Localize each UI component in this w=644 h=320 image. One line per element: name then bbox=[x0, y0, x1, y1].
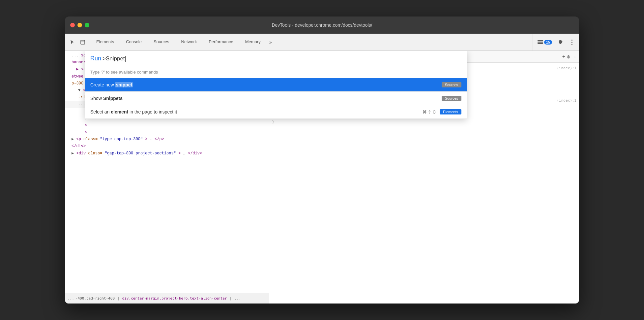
svg-rect-2 bbox=[538, 40, 543, 41]
command-item-text-2: Show Snippets bbox=[90, 96, 442, 101]
breadcrumb-item[interactable]: -400.pad-right-400 bbox=[75, 296, 115, 301]
maximize-button[interactable] bbox=[85, 23, 89, 27]
command-item-show-snippets[interactable]: Show Snippets Sources bbox=[85, 92, 467, 105]
command-item-text-3: Select an element in the page to inspect… bbox=[90, 109, 423, 114]
tab-sources[interactable]: Sources bbox=[148, 34, 175, 50]
window-controls bbox=[70, 23, 89, 27]
breadcrumb-end-dots: ... bbox=[234, 296, 241, 301]
toolbar-right: 15 ⋮ bbox=[533, 34, 579, 50]
command-shortcut: ⌘ ⇧ C bbox=[423, 110, 436, 114]
devtools-window: DevTools - developer.chrome.com/docs/dev… bbox=[65, 16, 579, 304]
command-item-text-1: Create new snippet bbox=[90, 82, 442, 87]
navigate-icon[interactable]: ← bbox=[572, 54, 576, 59]
html-line: < bbox=[65, 129, 269, 136]
command-badge-sources-2: Sources bbox=[442, 96, 461, 101]
breadcrumb-bar: ... -400.pad-right-400 | div.center-marg… bbox=[65, 293, 269, 304]
tab-memory[interactable]: Memory bbox=[239, 34, 267, 50]
dock-icon[interactable] bbox=[78, 38, 87, 47]
toolbar-icon-group bbox=[65, 34, 90, 50]
breadcrumb-dots: ... bbox=[68, 296, 74, 301]
settings-icon[interactable] bbox=[556, 38, 565, 47]
html-line: </div> bbox=[65, 143, 269, 150]
command-badge-sources-1: Sources bbox=[442, 82, 461, 87]
styles-toolbar-right: + ⊕ ← bbox=[562, 54, 576, 60]
refresh-icon[interactable]: ⊕ bbox=[567, 54, 571, 59]
tab-elements[interactable]: Elements bbox=[90, 34, 120, 50]
command-menu[interactable]: Run >Snippet Type '?' to see available c… bbox=[85, 51, 467, 119]
command-cursor bbox=[125, 56, 126, 62]
devtools-toolbar: Elements Console Sources Network Perform… bbox=[65, 34, 579, 51]
badge-count: 15 bbox=[544, 40, 552, 45]
tab-network[interactable]: Network bbox=[175, 34, 203, 50]
html-line: ▶ <div class= "gap-top-800 project-secti… bbox=[65, 150, 269, 157]
tab-console[interactable]: Console bbox=[120, 34, 148, 50]
more-options-icon[interactable]: ⋮ bbox=[567, 38, 576, 47]
html-line: < bbox=[65, 122, 269, 129]
minimize-button[interactable] bbox=[77, 23, 82, 27]
command-item-select-element[interactable]: Select an element in the page to inspect… bbox=[85, 105, 467, 119]
command-run-label: Run bbox=[90, 55, 101, 62]
html-line: ▶ <p class= "type gap-top-300" > … </p> bbox=[65, 136, 269, 143]
css-source: (index):1 bbox=[557, 66, 576, 70]
window-title: DevTools - developer.chrome.com/docs/dev… bbox=[272, 22, 372, 28]
more-tabs-button[interactable]: » bbox=[267, 34, 275, 50]
titlebar: DevTools - developer.chrome.com/docs/dev… bbox=[65, 16, 579, 34]
cursor-icon[interactable] bbox=[68, 38, 77, 47]
command-input-text: >Snippet bbox=[102, 55, 126, 62]
main-content: ... score banner ▶ <div etwee p-300 bbox=[65, 51, 579, 304]
command-hint: Type '?' to see available commands bbox=[85, 66, 467, 78]
svg-rect-3 bbox=[538, 42, 543, 43]
tab-performance[interactable]: Performance bbox=[203, 34, 239, 50]
css-source-2: (index):1 bbox=[557, 98, 576, 103]
devtools-container: Elements Console Sources Network Perform… bbox=[65, 34, 579, 304]
command-badge-elements: Elements bbox=[440, 109, 461, 114]
command-item-create-snippet[interactable]: Create new snippet Sources bbox=[85, 78, 467, 92]
close-button[interactable] bbox=[70, 23, 75, 27]
svg-rect-4 bbox=[538, 43, 543, 44]
devtools-tabs: Elements Console Sources Network Perform… bbox=[90, 34, 533, 50]
add-style-rule-icon[interactable]: + bbox=[562, 54, 565, 60]
command-input-row: Run >Snippet bbox=[85, 51, 467, 66]
svg-rect-0 bbox=[81, 40, 85, 44]
breadcrumb-item-div[interactable]: div.center-margin.project-hero.text-alig… bbox=[122, 296, 227, 301]
drawer-icon[interactable]: 15 bbox=[536, 38, 554, 47]
